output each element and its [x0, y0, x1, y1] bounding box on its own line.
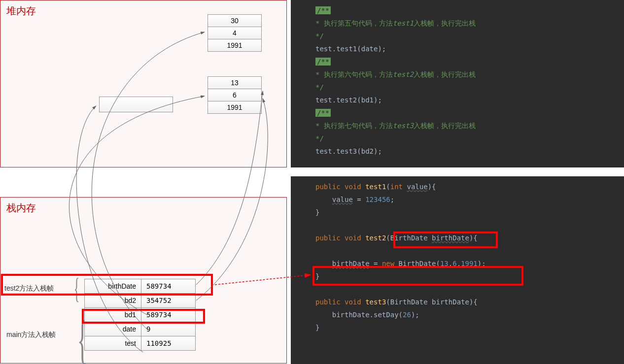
comment: */	[315, 32, 324, 40]
code-line: }	[315, 270, 624, 283]
var-value: 9	[141, 322, 196, 336]
var-name: birthDate	[85, 279, 141, 294]
code-line: public void test1(int value){	[315, 180, 624, 193]
comment: test3	[393, 122, 414, 130]
comment: test2	[393, 70, 414, 78]
heap-cell: 13	[208, 77, 261, 89]
brace-icon: {	[74, 271, 80, 305]
heap-cell: 1991	[208, 39, 261, 51]
var-name: date	[85, 322, 141, 336]
table-row: bd1589734	[85, 308, 196, 322]
var-name: test	[85, 336, 141, 351]
comment: * 执行第五句代码，方法	[315, 19, 393, 27]
comment: /**	[315, 109, 331, 117]
table-row: bd2354752	[85, 294, 196, 308]
code-editor-bottom: public void test1(int value){ value = 12…	[291, 176, 624, 364]
code-line: test.test3(bd2);	[315, 145, 624, 158]
stack-title: 栈内存	[0, 198, 286, 219]
code-line: birthDate.setDay(26);	[315, 308, 624, 321]
stack-frames-table: birthDate589734 bd2354752 bd1589734 date…	[84, 279, 196, 351]
frame-label-main: main方法入栈帧	[6, 331, 56, 339]
code-line: }	[315, 206, 624, 219]
comment: /**	[315, 58, 331, 66]
heap-cell: 4	[208, 27, 261, 39]
var-value: 110925	[141, 336, 196, 351]
var-value: 589734	[141, 308, 196, 322]
code-line: public void test2(BirthDate birthDate){	[315, 232, 624, 244]
code-editor-top: /** * 执行第五句代码，方法test1入栈帧，执行完出栈 */ test.t…	[291, 0, 624, 167]
comment: /**	[315, 6, 331, 14]
comment: 入栈帧，执行完出栈	[414, 19, 476, 27]
var-name: bd1	[85, 308, 141, 322]
stack-memory-panel: 栈内存 test2方法入栈帧 main方法入栈帧 { { birthDate58…	[0, 197, 287, 364]
var-name: bd2	[85, 294, 141, 308]
table-row: test110925	[85, 336, 196, 351]
var-value: 589734	[141, 279, 196, 294]
code-line: birthDate = new BirthDate(13,6,1991);	[315, 257, 624, 270]
table-row: date9	[85, 322, 196, 336]
var-value: 354752	[141, 294, 196, 308]
heap-cell: 1991	[208, 101, 261, 113]
heap-object-1: 30 4 1991	[208, 14, 262, 52]
comment: 入栈帧，执行完出栈	[414, 70, 476, 78]
frame-label-test2: test2方法入栈帧	[4, 284, 54, 293]
heap-cell: 6	[208, 89, 261, 101]
comment: */	[315, 134, 324, 142]
heap-empty-object	[99, 97, 173, 112]
code-line: }	[315, 321, 624, 334]
comment: * 执行第六句代码，方法	[315, 70, 393, 78]
heap-cell: 30	[208, 15, 261, 27]
heap-memory-panel: 堆内存 30 4 1991 13 6 1991	[0, 0, 287, 167]
heap-object-2: 13 6 1991	[208, 76, 262, 114]
code-line: public void test3(BirthDate birthDate){	[315, 296, 624, 308]
comment: 入栈帧，执行完出栈	[414, 122, 476, 130]
code-line: test.test2(bd1);	[315, 94, 624, 106]
comment: test1	[393, 19, 414, 27]
code-line: value = 123456;	[315, 193, 624, 206]
table-row: birthDate589734	[85, 279, 196, 294]
code-line: test.test1(date);	[315, 42, 624, 55]
comment: */	[315, 83, 324, 91]
comment: * 执行第七句代码，方法	[315, 122, 393, 130]
